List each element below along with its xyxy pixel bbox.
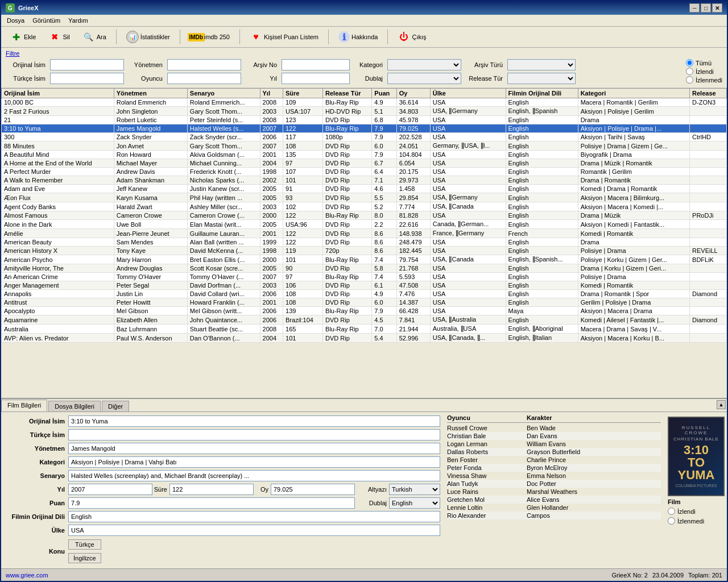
table-row[interactable]: 300Zack SnyderZack Snyder (scr...2006117… <box>2 133 727 142</box>
col-rating[interactable]: Puan <box>372 89 396 98</box>
filter-archive-input[interactable] <box>282 59 350 70</box>
add-button[interactable]: ✚ Ekle <box>6 29 40 45</box>
detail-category-input[interactable] <box>68 456 440 468</box>
table-wrapper[interactable]: Orijinal İsim Yönetmen Senaryo Yıl Süre … <box>1 88 727 398</box>
table-row[interactable]: 2 Fast 2 FuriousJohn SingletonGary Scott… <box>2 107 727 116</box>
table-row[interactable]: Alone in the DarkUwe BollElan Mastai (wr… <box>2 220 727 229</box>
table-row[interactable]: AVP: Alien vs. PredatorPaul W.S. Anderso… <box>2 334 727 343</box>
table-cell: 2003 <box>260 202 283 211</box>
detail-turkish-name-input[interactable] <box>68 429 440 440</box>
detail-dub-select[interactable]: English Turkish None <box>389 497 440 509</box>
delete-button[interactable]: ✖ Sil <box>44 29 73 45</box>
table-row[interactable]: AnnapolisJustin LinDavid Collard (wri...… <box>2 290 727 298</box>
tab-diger[interactable]: Diğer <box>102 401 129 411</box>
tab-dosya-bilgileri[interactable]: Dosya Bilgileri <box>48 401 101 411</box>
col-votes[interactable]: Oy <box>396 89 430 98</box>
table-cell: Aksiyon | Macera | Bilimkurg... <box>578 193 689 202</box>
menu-dosya[interactable]: Dosya <box>3 16 28 25</box>
table-row[interactable]: AmélieJean-Pierre JeunetGuillaume Lauran… <box>2 229 727 238</box>
detail-country-input[interactable] <box>68 525 440 536</box>
filter-turkish-input[interactable] <box>50 73 124 84</box>
table-row[interactable]: Agent Cody BanksHarald ZwartAshley Mille… <box>2 202 727 211</box>
tab-film-bilgileri[interactable]: Film Bilgileri <box>1 400 47 411</box>
col-screenplay[interactable]: Senaryo <box>187 89 260 98</box>
filter-unwatched-radio[interactable] <box>686 76 693 84</box>
col-release-type[interactable]: Release Tür <box>323 89 372 98</box>
col-category[interactable]: Kategori <box>578 89 689 98</box>
film-watched-option[interactable]: İzlendi <box>668 508 704 515</box>
cast-list[interactable]: Russell CroweBen WadeChristian BaleDan E… <box>447 424 661 566</box>
filter-actor-input[interactable] <box>167 73 241 84</box>
table-row[interactable]: A Home at the End of the WorldMichael Ma… <box>2 159 727 168</box>
imdb-button[interactable]: IMDb imdb 250 <box>186 29 234 45</box>
table-row[interactable]: Anger ManagementPeter SegalDavid Dorfman… <box>2 281 727 290</box>
favorites-button[interactable]: ♥ Kişisel Puan Listem <box>246 29 322 45</box>
filter-unwatched-option[interactable]: İzlenmedi <box>686 76 722 84</box>
website-link[interactable]: www.griee.com <box>6 572 48 579</box>
filter-director-input[interactable] <box>167 59 241 70</box>
detail-year-input[interactable] <box>68 484 152 495</box>
table-row[interactable]: 3:10 to YumaJames MangoldHalsted Welles … <box>2 124 727 133</box>
search-button[interactable]: 🔍 Ara <box>78 29 110 45</box>
table-row[interactable]: AntitrustPeter HowittHoward Franklin (..… <box>2 298 727 307</box>
expand-panel-button[interactable]: ▲ <box>717 400 726 409</box>
film-unwatched-radio[interactable] <box>668 517 675 525</box>
filter-release-select[interactable] <box>507 73 576 84</box>
detail-director-input[interactable] <box>68 443 440 454</box>
filter-watched-option[interactable]: İzlendi <box>686 68 722 75</box>
detail-duration-input[interactable] <box>169 484 254 495</box>
col-director[interactable]: Yönetmen <box>114 89 187 98</box>
film-unwatched-option[interactable]: İzlenmedi <box>668 517 704 525</box>
col-orig-name[interactable]: Orijinal İsim <box>2 89 114 98</box>
table-row[interactable]: ApocalyptoMel GibsonMel Gibson (writt...… <box>2 307 727 315</box>
filter-orig-input[interactable] <box>50 59 124 70</box>
filter-title[interactable]: Filtre <box>6 50 722 57</box>
table-row[interactable]: 10,000 BCRoland EmmerichRoland Emmerich.… <box>2 98 727 107</box>
detail-screenplay-input[interactable] <box>68 470 440 481</box>
table-row[interactable]: 88 MinutesJon AvnetGary Scott Thom...200… <box>2 142 727 151</box>
col-year[interactable]: Yıl <box>260 89 283 98</box>
table-row[interactable]: AquamarineElizabeth AllenJohn Quaintance… <box>2 315 727 325</box>
table-cell: 108 <box>283 290 323 298</box>
filter-year-input[interactable] <box>282 73 350 84</box>
table-row[interactable]: American BeautySam MendesAlan Ball (writ… <box>2 238 727 247</box>
detail-votes-input[interactable] <box>271 484 355 495</box>
detail-rating-input[interactable] <box>68 497 355 509</box>
filter-watched-radio[interactable] <box>686 68 693 75</box>
filter-all-option[interactable]: Tümü <box>686 59 722 66</box>
table-row[interactable]: Almost FamousCameron CroweCameron Crowe … <box>2 211 727 220</box>
table-row[interactable]: A Walk to RememberAdam ShankmanNicholas … <box>2 176 727 185</box>
detail-orig-lang-input[interactable] <box>68 511 440 522</box>
table-row[interactable]: American PsychoMary HarronBret Easton El… <box>2 255 727 264</box>
close-button[interactable]: ✕ <box>712 3 722 13</box>
table-row[interactable]: Æon FluxKaryn KusamaPhil Hay (written ..… <box>2 193 727 202</box>
table-row[interactable]: Amityville Horror, TheAndrew DouglasScot… <box>2 264 727 273</box>
minimize-button[interactable]: ─ <box>689 3 700 13</box>
film-watched-radio[interactable] <box>668 508 675 515</box>
col-orig-lang[interactable]: Filmin Orijinal Dili <box>506 89 578 98</box>
filter-dub-select[interactable] <box>387 73 461 84</box>
table-row[interactable]: An American CrimeTommy O'HaverTommy O'Ha… <box>2 273 727 281</box>
detail-subtitle-select[interactable]: Turkish English None <box>389 484 440 495</box>
maximize-button[interactable]: □ <box>701 3 711 13</box>
table-row[interactable]: American History XTony KayeDavid McKenna… <box>2 247 727 255</box>
table-row[interactable]: A Beautiful MindRon HowardAkiva Goldsman… <box>2 151 727 159</box>
filter-category-select[interactable] <box>387 59 461 70</box>
menu-yardim[interactable]: Yardım <box>65 16 92 25</box>
table-row[interactable]: 21Robert LuketicPeter Steinfeld (s...200… <box>2 116 727 124</box>
topic-turkish-button[interactable]: Türkçe <box>68 539 101 550</box>
menu-gorunum[interactable]: Görüntüm <box>29 16 64 25</box>
col-country[interactable]: Ülke <box>430 89 506 98</box>
exit-button[interactable]: ⏻ Çıkış <box>394 29 430 45</box>
table-row[interactable]: AustraliaBaz LuhrmannStuart Beattie (sc.… <box>2 325 727 334</box>
filter-all-radio[interactable] <box>686 59 693 66</box>
col-duration[interactable]: Süre <box>283 89 323 98</box>
filter-archtype-select[interactable] <box>507 59 576 70</box>
detail-orig-name-input[interactable] <box>68 415 440 427</box>
table-row[interactable]: Adam and EveJeff KanewJustin Kanew (scr.… <box>2 185 727 193</box>
col-release[interactable]: Release <box>690 89 727 98</box>
topic-english-button[interactable]: İngilizce <box>68 553 101 563</box>
table-row[interactable]: A Perfect MurderAndrew DavisFrederick Kn… <box>2 168 727 176</box>
about-button[interactable]: ℹ Hakkında <box>334 30 382 44</box>
stats-button[interactable]: 📊 İstatistikler <box>122 29 174 45</box>
